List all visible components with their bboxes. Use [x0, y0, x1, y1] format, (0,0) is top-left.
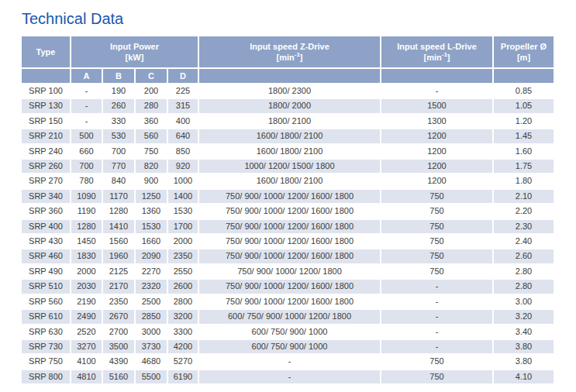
- cell-l-drive-speed: 750: [381, 265, 492, 278]
- l-drive-label: Input speed L-Drive: [381, 41, 492, 52]
- cell-power-b: 1960: [103, 249, 134, 263]
- cell-propeller-diameter: 3.00: [494, 295, 554, 308]
- cell-power-b: 5160: [103, 370, 134, 383]
- cell-power-d: 850: [168, 145, 198, 158]
- table-row: SRP 270 780 840 900 1000 1600/ 1800/ 210…: [22, 174, 554, 187]
- cell-l-drive-speed: 750: [381, 235, 492, 248]
- cell-power-d: 4200: [168, 340, 198, 353]
- cell-type: SRP 210: [22, 129, 70, 143]
- cell-z-drive-speed: 1600/ 1800/ 2100: [199, 129, 380, 143]
- cell-l-drive-speed: -: [381, 295, 492, 308]
- cell-propeller-diameter: 2.30: [494, 220, 554, 233]
- cell-power-d: 2350: [168, 249, 198, 263]
- z-drive-unit-sup: -1: [295, 51, 300, 58]
- cell-power-d: 1000: [168, 174, 198, 187]
- cell-power-b: 4390: [103, 355, 134, 368]
- cell-power-a: 2000: [71, 265, 102, 278]
- cell-z-drive-speed: 1800/ 2000: [199, 99, 380, 112]
- cell-power-d: 1700: [168, 220, 198, 233]
- z-drive-unit-suffix: ]: [300, 53, 303, 62]
- cell-power-c: 1250: [136, 190, 167, 203]
- cell-power-a: 660: [71, 145, 102, 158]
- cell-l-drive-speed: -: [381, 325, 492, 339]
- cell-type: SRP 460: [22, 249, 70, 263]
- propeller-unit: [m]: [494, 52, 554, 63]
- cell-z-drive-speed: -: [199, 370, 380, 383]
- cell-power-d: 640: [168, 129, 198, 143]
- subheader-col-b: B: [103, 69, 134, 83]
- table-row: SRP 240 660 700 750 850 1600/ 1800/ 2100…: [22, 145, 554, 158]
- cell-z-drive-speed: 1600/ 1800/ 2100: [199, 174, 380, 187]
- col-header-l-drive: Input speed L-Drive [min-1]: [381, 36, 492, 67]
- col-header-propeller: Propeller Ø [m]: [494, 36, 554, 67]
- table-row: SRP 610 2490 2670 2850 3200 600/ 750/ 90…: [22, 310, 554, 323]
- input-power-unit: [kW]: [71, 52, 198, 63]
- cell-l-drive-speed: -: [381, 84, 492, 98]
- cell-z-drive-speed: 750/ 900/ 1000/ 1200/ 1600/ 1800: [199, 235, 380, 248]
- cell-power-d: 2000: [168, 235, 198, 248]
- cell-l-drive-speed: 1200: [381, 174, 492, 187]
- cell-power-c: 3000: [136, 325, 167, 339]
- l-drive-unit-suffix: ]: [447, 53, 450, 62]
- cell-propeller-diameter: 1.80: [494, 174, 554, 187]
- z-drive-unit-prefix: [min: [276, 53, 294, 62]
- cell-propeller-diameter: 2.20: [494, 205, 554, 218]
- cell-power-a: 3270: [71, 340, 102, 353]
- cell-l-drive-speed: 1200: [381, 129, 492, 143]
- cell-z-drive-speed: 750/ 900/ 1000/ 1200/ 1600/ 1800: [199, 249, 380, 263]
- l-drive-unit-sup: -1: [442, 51, 447, 58]
- table-row: SRP 630 2520 2700 3000 3300 600/ 750/ 90…: [22, 325, 554, 339]
- cell-power-c: 4680: [136, 355, 167, 368]
- cell-power-c: 2090: [136, 249, 167, 263]
- col-header-type: Type: [22, 36, 70, 67]
- subheader-blank-type: [22, 69, 70, 83]
- subheader-col-a: A: [71, 69, 102, 83]
- cell-type: SRP 630: [22, 325, 70, 339]
- cell-type: SRP 360: [22, 205, 70, 218]
- cell-l-drive-speed: 750: [381, 249, 492, 263]
- cell-power-c: 3730: [136, 340, 167, 353]
- cell-propeller-diameter: 2.10: [494, 190, 554, 203]
- cell-type: SRP 560: [22, 295, 70, 308]
- cell-z-drive-speed: -: [199, 355, 380, 368]
- cell-power-a: -: [71, 99, 102, 112]
- table-row: SRP 730 3270 3500 3730 4200 600/ 750/ 90…: [22, 340, 554, 353]
- cell-power-c: 2850: [136, 310, 167, 323]
- technical-data-table: Type Input Power [kW] Input speed Z-Driv…: [20, 35, 555, 385]
- cell-power-a: 1450: [71, 235, 102, 248]
- cell-power-b: 840: [103, 174, 134, 187]
- cell-propeller-diameter: 2.80: [494, 265, 554, 278]
- cell-power-c: 2270: [136, 265, 167, 278]
- header-row-main: Type Input Power [kW] Input speed Z-Driv…: [22, 36, 554, 67]
- input-power-label: Input Power: [71, 41, 198, 52]
- cell-type: SRP 610: [22, 310, 70, 323]
- cell-power-a: 2520: [71, 325, 102, 339]
- page-title: Technical Data: [22, 10, 576, 28]
- cell-l-drive-speed: 750: [381, 190, 492, 203]
- cell-power-d: 3300: [168, 325, 198, 339]
- col-header-input-power: Input Power [kW]: [71, 36, 198, 67]
- cell-power-a: 2490: [71, 310, 102, 323]
- cell-z-drive-speed: 750/ 900/ 1000/ 1200/ 1800: [199, 265, 380, 278]
- cell-power-b: 260: [103, 99, 134, 112]
- cell-type: SRP 270: [22, 174, 70, 187]
- table-body: SRP 100 - 190 200 225 1800/ 2300 - 0.85 …: [22, 84, 554, 383]
- cell-l-drive-speed: -: [381, 280, 492, 293]
- subheader-blank-l-drive: [381, 69, 492, 83]
- cell-l-drive-speed: 1200: [381, 145, 492, 158]
- cell-l-drive-speed: 750: [381, 205, 492, 218]
- cell-propeller-diameter: 3.20: [494, 310, 554, 323]
- cell-type: SRP 800: [22, 370, 70, 383]
- cell-power-b: 2350: [103, 295, 134, 308]
- cell-power-a: 1090: [71, 190, 102, 203]
- table-row: SRP 260 700 770 820 920 1000/ 1200/ 1500…: [22, 160, 554, 173]
- cell-power-d: 2600: [168, 280, 198, 293]
- cell-power-b: 190: [103, 84, 134, 98]
- cell-type: SRP 510: [22, 280, 70, 293]
- z-drive-label: Input speed Z-Drive: [199, 41, 380, 52]
- cell-power-c: 560: [136, 129, 167, 143]
- cell-power-a: 1280: [71, 220, 102, 233]
- cell-l-drive-speed: 1300: [381, 115, 492, 128]
- cell-power-a: 1190: [71, 205, 102, 218]
- cell-power-c: 1660: [136, 235, 167, 248]
